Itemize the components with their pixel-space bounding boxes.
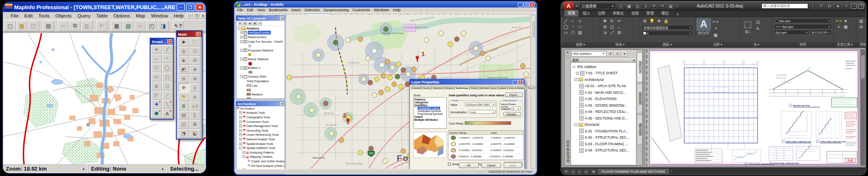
class-row[interactable]: -2.694778 - -0.410964-2.694778 - -0.4109… xyxy=(448,141,523,147)
tab-view[interactable]: 视图 xyxy=(628,10,642,17)
toc-panel-header[interactable]: Table Of Contents✕ xyxy=(236,16,285,21)
plot-icon[interactable]: ▤ xyxy=(667,3,674,9)
col-range[interactable]: Range xyxy=(459,132,491,134)
layer-state-combo[interactable]: 未保存的图层状态▼ xyxy=(642,25,693,30)
autocad-app-icon[interactable]: A xyxy=(563,2,574,10)
table-icon[interactable]: ▦ xyxy=(712,32,719,38)
drawing-vertical-scrollbar[interactable] xyxy=(861,49,865,166)
close-button[interactable]: ✕ xyxy=(196,4,204,11)
tab-joins-relates[interactable]: Joins & Relates xyxy=(507,86,527,90)
drawing-area[interactable]: BUILDING SECTION STRUCTURAL STAIR SECTIO… xyxy=(645,49,860,166)
menu-geoprocessing[interactable]: Geoprocessing xyxy=(324,8,349,12)
polygon-tool-icon[interactable]: ⬠ xyxy=(151,64,162,72)
menu-table[interactable]: Table xyxy=(94,13,111,19)
lineweight-combo[interactable]: ByLayer▼ xyxy=(774,30,809,35)
tree-root-row[interactable]: 🗀IRD Addition xyxy=(571,64,636,70)
label-tool-icon[interactable]: ⚑ xyxy=(178,93,189,101)
polyline-tool-icon[interactable]: ⌐ xyxy=(151,54,162,63)
tab-parametric[interactable]: 参数化 xyxy=(609,10,627,17)
quick-calc-icon[interactable]: ▦ xyxy=(843,24,849,29)
symbology-class-table[interactable]: Symbol Range Label -7.626674 - -2.694779… xyxy=(448,130,524,160)
layer-control-icon[interactable]: ≣ xyxy=(178,102,189,110)
menu-bookmarks[interactable]: Bookmarks xyxy=(269,8,287,12)
circle-icon[interactable]: ◯ xyxy=(563,24,569,29)
tab-manage[interactable]: 管理 xyxy=(643,10,657,17)
show-item-features[interactable]: Features xyxy=(414,98,446,101)
create-block-icon[interactable]: ⊡ xyxy=(755,20,761,25)
status-editing[interactable]: Editing: None▲ xyxy=(88,164,167,173)
mdi-minimize-button[interactable]: ─ xyxy=(187,13,193,19)
prev-tab-icon[interactable]: ◂ xyxy=(570,169,576,174)
save-table-icon[interactable]: ◫ xyxy=(28,21,39,31)
import-button[interactable]: Import... xyxy=(505,93,523,97)
cut-icon[interactable]: ✂ xyxy=(58,21,69,31)
close-icon[interactable]: ✕ xyxy=(566,51,569,54)
symbol-style-icon[interactable]: ✚? xyxy=(151,100,162,109)
show-item-categories[interactable]: Categories xyxy=(414,101,446,104)
next-tab-icon[interactable]: ▸ xyxy=(577,169,582,174)
tab-sheet-views[interactable]: 图纸视图 xyxy=(637,83,642,113)
reshape-tool-icon[interactable]: ◸ xyxy=(151,91,162,100)
block-panel-label[interactable]: 块 ▾ xyxy=(741,42,772,47)
show-item-multiple-attributes[interactable]: Multiple Attributes xyxy=(414,118,446,121)
cancel-button[interactable]: Cancel xyxy=(481,163,501,168)
new-table-icon[interactable]: ▢ xyxy=(5,21,16,31)
ruler-icon[interactable]: 1 2 xyxy=(190,102,200,110)
maximize-button[interactable]: ❐ xyxy=(186,4,194,11)
options-icon[interactable]: ▾ xyxy=(621,51,628,56)
collapse-icon[interactable]: ▴ xyxy=(633,58,635,62)
infocenter-search-input[interactable] xyxy=(762,3,808,9)
tab-general[interactable]: General xyxy=(411,86,422,90)
normalization-combo[interactable]: none▼ xyxy=(469,110,496,114)
scrollbar-thumb[interactable] xyxy=(532,20,535,37)
toc-layer-row[interactable]: +✓Calls For Service - Feb07 xyxy=(237,39,284,44)
tab-home[interactable]: 常用 xyxy=(564,10,579,17)
menu-customize[interactable]: Customize xyxy=(353,8,371,12)
spline-icon[interactable]: ∿ xyxy=(577,18,583,24)
toc-dataframe-row[interactable]: −Robbery xyxy=(237,26,284,31)
tree-sheet-row[interactable]: S-03 - FLOOR FRAMING ... xyxy=(571,141,636,147)
tree-sheet-row[interactable]: AS-01 - ARCH SITE PLAN xyxy=(571,83,636,90)
region-style-icon[interactable]: ⬟? xyxy=(151,109,162,118)
toc-layer-row[interactable]: −Census 2040 xyxy=(237,75,284,79)
layers-panel-label[interactable]: 图层 ▾ xyxy=(640,42,695,47)
text-style-icon[interactable]: A? xyxy=(162,109,173,118)
tab-model-views[interactable]: 模型视图 xyxy=(637,115,642,144)
menu-map[interactable]: Map xyxy=(133,13,148,19)
color-ramp-combo[interactable]: ▼ xyxy=(465,121,511,125)
toc-layer-row[interactable]: −✓Active Stations xyxy=(237,57,284,61)
rectangle-icon[interactable]: ▭ xyxy=(563,30,569,35)
communication-center-icon[interactable]: ☊ xyxy=(826,3,833,9)
menu-file[interactable]: File xyxy=(237,8,243,12)
toolbox-row[interactable]: +⬒Data Management Tools xyxy=(237,124,284,128)
autocad-titlebar[interactable]: A ▼ 三维建模▼ ▢ ▦ ◫ ⇓ ↶ ↷ ▤ ▼ AutoCAD 2011 S… xyxy=(561,1,866,11)
tab-labels[interactable]: Labels xyxy=(498,86,507,90)
mdi-restore-button[interactable]: ❐ xyxy=(193,13,200,19)
toolbox-row[interactable]: +⬒Network Analyst Tools xyxy=(237,137,284,142)
autohide-icon[interactable]: ⇔ xyxy=(566,55,569,59)
list-by-selection-icon[interactable]: ▦ xyxy=(252,21,257,25)
class-row[interactable]: -7.626674 - -2.694779-7.626674 - -2.6947… xyxy=(448,135,523,141)
draw-panel-label[interactable]: 绘图 ▾ xyxy=(561,42,600,47)
main-toolbar-titlebar[interactable]: Main ✕ xyxy=(177,31,202,37)
add-node-tool-icon[interactable]: ⟋ xyxy=(162,91,173,100)
last-tab-icon[interactable]: ⏭ xyxy=(584,169,589,174)
menu-insert[interactable]: Insert xyxy=(291,8,301,12)
checkbox-icon[interactable] xyxy=(448,163,451,166)
map-selected-point[interactable] xyxy=(87,123,90,126)
show-item-charts[interactable]: Charts xyxy=(414,115,446,118)
clipboard-panel-label[interactable]: 剪贴板 xyxy=(856,42,866,47)
clip-region-icon[interactable]: ⬔ xyxy=(178,129,189,138)
linetype-combo[interactable]: ByLayer▼ xyxy=(774,24,832,29)
close-icon[interactable]: ✕ xyxy=(518,80,523,84)
refresh-icon[interactable]: ⟳ xyxy=(607,51,613,56)
menu-query[interactable]: Query xyxy=(74,13,93,19)
unselect-all-icon[interactable]: ⊘ xyxy=(190,56,200,65)
sheetset-combo[interactable]: IRD Addition▼ xyxy=(571,51,606,56)
id-point-icon[interactable]: ⌖ xyxy=(836,24,842,29)
tab-sheet-list[interactable]: 图纸列表 xyxy=(637,52,642,82)
fillet-icon[interactable]: ◟ xyxy=(616,24,622,29)
toc-layer-row[interactable]: +✓MeanCenters xyxy=(237,35,284,39)
map-vertical-scrollbar[interactable] xyxy=(531,15,536,169)
statistics-icon[interactable]: Σ xyxy=(190,111,200,120)
